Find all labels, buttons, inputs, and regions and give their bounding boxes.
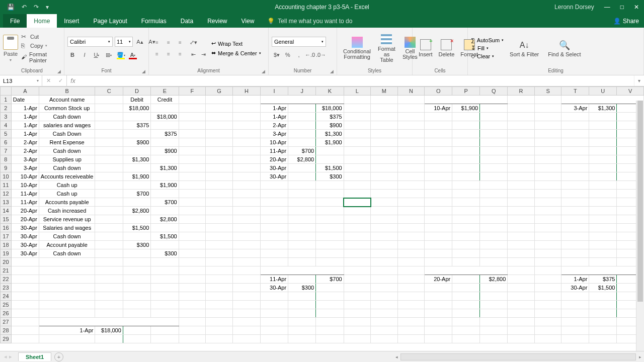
cell-R2[interactable] — [508, 104, 535, 113]
cell-B20[interactable] — [39, 258, 95, 266]
cell-F27[interactable] — [179, 318, 205, 326]
cell-I24[interactable] — [261, 292, 288, 301]
cell-H9[interactable] — [232, 164, 260, 172]
cell-K6[interactable]: $1,900 — [316, 138, 344, 147]
cell-K28[interactable] — [316, 326, 344, 335]
cell-P12[interactable] — [452, 190, 480, 198]
spreadsheet-grid[interactable]: ABCDEFGHIJKLMNOPQRSTUV1DateAccount nameD… — [0, 86, 644, 347]
cell-L2[interactable] — [344, 104, 370, 113]
cell-S2[interactable] — [534, 104, 561, 113]
cell-K27[interactable] — [316, 318, 344, 326]
cell-L4[interactable] — [344, 121, 370, 130]
cell-T15[interactable] — [561, 215, 589, 224]
cell-D11[interactable] — [123, 181, 150, 190]
cell-L14[interactable] — [344, 207, 370, 215]
cell-J14[interactable] — [288, 207, 316, 215]
cell-H23[interactable] — [232, 284, 260, 292]
cell-O3[interactable] — [425, 113, 452, 121]
cell-M7[interactable] — [371, 147, 398, 155]
cell-I28[interactable] — [261, 326, 288, 335]
cell-L18[interactable] — [344, 241, 370, 249]
cell-K10[interactable]: $300 — [316, 172, 344, 181]
cell-L15[interactable] — [344, 215, 370, 224]
cell-S24[interactable] — [534, 292, 561, 301]
sheet-nav-first-icon[interactable]: ◂ — [4, 353, 7, 360]
col-header-A[interactable]: A — [11, 87, 39, 96]
maximize-icon[interactable]: □ — [620, 4, 624, 11]
row-header-19[interactable]: 19 — [1, 249, 12, 258]
cell-Q3[interactable] — [480, 113, 508, 121]
cell-H11[interactable] — [232, 181, 260, 190]
row-header-12[interactable]: 12 — [1, 190, 12, 198]
cell-U22[interactable]: $375 — [589, 275, 617, 284]
cell-H25[interactable] — [232, 301, 260, 309]
cell-P8[interactable] — [452, 155, 480, 164]
cell-L22[interactable] — [344, 275, 370, 284]
sheet-tab-sheet1[interactable]: Sheet1 — [18, 352, 51, 361]
cell-J5[interactable] — [288, 130, 316, 138]
horizontal-scrollbar[interactable]: ◂▸ — [392, 353, 644, 361]
cell-L29[interactable] — [344, 335, 370, 343]
cell-C25[interactable] — [95, 301, 123, 309]
cell-O16[interactable] — [425, 224, 452, 232]
cell-K24[interactable] — [316, 292, 344, 301]
cell-L28[interactable] — [344, 326, 370, 335]
row-header-26[interactable]: 26 — [1, 309, 12, 318]
cell-T1[interactable] — [561, 96, 644, 104]
cell-C10[interactable] — [95, 172, 123, 181]
cell-G26[interactable] — [206, 309, 233, 318]
tab-view[interactable]: View — [234, 14, 262, 28]
cell-I16[interactable] — [261, 224, 288, 232]
cell-G13[interactable] — [206, 198, 233, 207]
cell-I15[interactable] — [261, 215, 288, 224]
cell-C15[interactable] — [95, 215, 123, 224]
cell-J27[interactable] — [288, 318, 316, 326]
cell-A6[interactable]: 2-Apr — [11, 138, 39, 147]
cell-D17[interactable] — [123, 232, 150, 241]
cell-A19[interactable]: 30-Apr — [11, 249, 39, 258]
align-center-button[interactable]: ≡ — [164, 49, 174, 59]
cell-H2[interactable] — [232, 104, 260, 113]
cell-H10[interactable] — [232, 172, 260, 181]
col-header-E[interactable]: E — [151, 87, 179, 96]
cell-N4[interactable] — [397, 121, 425, 130]
cell-U4[interactable] — [589, 121, 617, 130]
cell-F16[interactable] — [179, 224, 205, 232]
cell-T14[interactable] — [561, 207, 589, 215]
cell-A24[interactable] — [11, 292, 39, 301]
redo-icon[interactable]: ↷ — [34, 4, 39, 11]
col-header-P[interactable]: P — [452, 87, 480, 96]
cell-P15[interactable] — [452, 215, 480, 224]
cell-S6[interactable] — [534, 138, 561, 147]
col-header-C[interactable]: C — [95, 87, 123, 96]
cell-H26[interactable] — [232, 309, 260, 318]
cell-U7[interactable] — [589, 147, 617, 155]
cell-M26[interactable] — [371, 309, 398, 318]
cell-H29[interactable] — [232, 335, 260, 343]
cell-I25[interactable] — [261, 301, 288, 309]
cell-O19[interactable] — [425, 249, 452, 258]
cell-I26[interactable] — [261, 309, 288, 318]
cell-Q23[interactable] — [480, 284, 508, 292]
cell-K3[interactable]: $375 — [316, 113, 344, 121]
cell-D6[interactable]: $900 — [123, 138, 150, 147]
delete-cells-button[interactable]: ×Delete — [436, 37, 458, 59]
row-header-28[interactable]: 28 — [1, 326, 12, 335]
sheet-nav-last-icon[interactable]: ▸ — [9, 353, 12, 360]
cell-O14[interactable] — [425, 207, 452, 215]
name-box[interactable]: L13▾ — [0, 75, 42, 86]
cell-Q25[interactable] — [480, 301, 508, 309]
cell-E23[interactable] — [151, 284, 179, 292]
tell-me-search[interactable]: 💡 Tell me what you want to do — [267, 14, 352, 28]
decrease-decimal-button[interactable]: .0→ — [316, 50, 326, 60]
cell-B21[interactable] — [39, 266, 95, 275]
cell-Q10[interactable] — [480, 172, 508, 181]
cell-R3[interactable] — [508, 113, 535, 121]
cell-F23[interactable] — [179, 284, 205, 292]
cell-C11[interactable] — [95, 181, 123, 190]
cell-H12[interactable] — [232, 190, 260, 198]
cell-K7[interactable] — [316, 147, 344, 155]
cell-K25[interactable] — [316, 301, 344, 309]
cell-G2[interactable] — [206, 104, 233, 113]
row-header-29[interactable]: 29 — [1, 335, 12, 343]
